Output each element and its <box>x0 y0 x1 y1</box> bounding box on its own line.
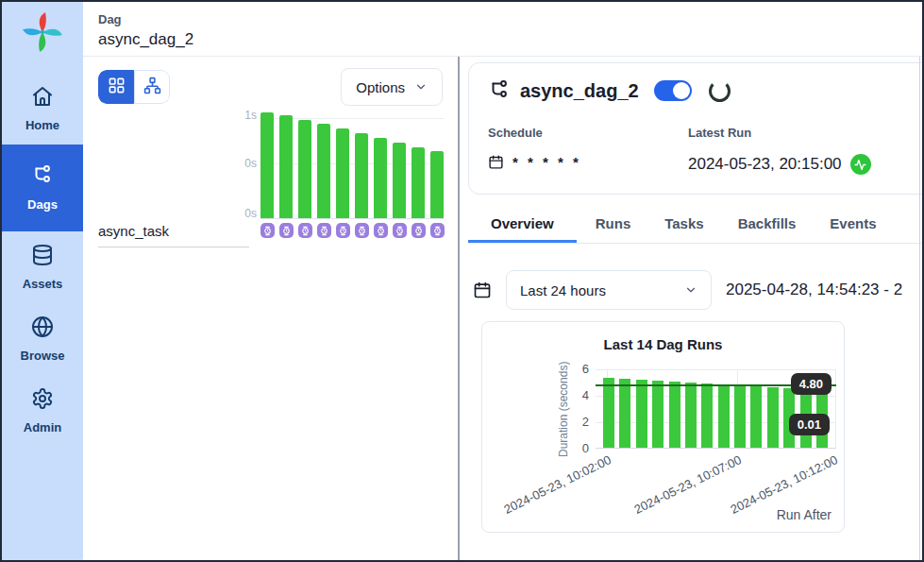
task-state-badge-deferred[interactable] <box>317 223 331 238</box>
dag-runs-plot: 4.80 0.01 <box>596 369 836 449</box>
latest-run-label: Latest Run <box>688 126 871 140</box>
dag-icon <box>488 79 511 102</box>
grid-left-spacer <box>98 113 236 219</box>
dag-run-bar[interactable] <box>652 381 664 448</box>
tab-tasks[interactable]: Tasks <box>649 206 718 243</box>
date-range-text: 2025-04-28, 14:54:23 - 2 <box>726 281 902 299</box>
last-dag-runs-chart-card: Last 14 Dag Runs Duration (seconds) 6 4 … <box>481 321 845 533</box>
sidebar-item-home[interactable]: Home <box>2 73 83 145</box>
task-duration-bar[interactable] <box>355 133 368 218</box>
task-state-badge-deferred[interactable] <box>260 223 275 238</box>
globe-icon <box>31 315 54 341</box>
grid-icon <box>108 77 126 97</box>
task-state-badge-deferred[interactable] <box>355 223 369 238</box>
min-duration-badge: 0.01 <box>789 414 830 435</box>
home-icon <box>31 85 54 111</box>
y-tick-label: 0s <box>244 157 257 170</box>
view-toggle-group <box>98 70 170 104</box>
chart-y-ticks: 6 4 2 0 <box>571 369 596 449</box>
tab-overview[interactable]: Overview <box>468 206 577 243</box>
task-duration-bar[interactable] <box>298 120 311 218</box>
sidebar-item-dags[interactable]: Dags <box>2 145 83 231</box>
dag-run-bar[interactable] <box>685 383 697 448</box>
dag-run-bar[interactable] <box>603 378 614 448</box>
task-duration-bar[interactable] <box>374 138 387 218</box>
sidebar-item-admin[interactable]: Admin <box>2 375 83 447</box>
dag-run-bar[interactable] <box>636 380 647 448</box>
schedule-cron-value: * * * * * <box>512 154 581 170</box>
calendar-icon <box>488 154 504 170</box>
latest-run-block: Latest Run 2024-05-23, 20:15:00 <box>688 126 871 175</box>
chart-y-axis-label: Duration (seconds) <box>556 369 571 449</box>
chart-x-axis-label: Run After <box>482 507 844 522</box>
task-state-badge-deferred[interactable] <box>430 223 445 238</box>
loading-spinner-icon <box>709 80 731 102</box>
chevron-down-icon <box>414 80 428 94</box>
task-row-label[interactable]: async_task <box>98 223 249 247</box>
sidebar-item-label: Assets <box>23 277 63 291</box>
grid-y-axis: 1s 0s 0s <box>236 113 260 219</box>
main-area: Dag async_dag_2 <box>83 2 922 560</box>
calendar-icon <box>473 281 492 299</box>
content-split: Options 1s 0s 0s <box>83 57 922 560</box>
gear-icon <box>31 387 54 413</box>
dag-detail-panel: async_dag_2 Schedule * * * * * <box>460 57 922 560</box>
dag-run-bar[interactable] <box>701 383 713 448</box>
y-tick: 4 <box>582 388 589 402</box>
task-duration-bar[interactable] <box>412 147 425 218</box>
task-duration-bar[interactable] <box>430 151 444 218</box>
task-state-badge-deferred[interactable] <box>336 223 350 238</box>
schedule-label: Schedule <box>488 126 688 140</box>
time-filter-row: Last 24 hours 2025-04-28, 14:54:23 - 2 <box>468 270 922 310</box>
sidebar-item-label: Admin <box>24 420 61 434</box>
dag-run-bar[interactable] <box>767 387 779 448</box>
task-state-badge-deferred[interactable] <box>412 223 426 238</box>
grid-view-button[interactable] <box>98 70 134 104</box>
grid-toolbar: Options <box>98 68 458 106</box>
chart-title: Last 14 Dag Runs <box>482 336 844 352</box>
sidebar-item-assets[interactable]: Assets <box>2 231 83 303</box>
breadcrumb-section: Dag <box>98 12 922 26</box>
detail-tabs: Overview Runs Tasks Backfills Events <box>468 206 922 244</box>
task-state-badge-deferred[interactable] <box>393 223 407 238</box>
grid-panel: Options 1s 0s 0s <box>83 57 458 560</box>
airflow-logo[interactable] <box>21 10 64 58</box>
dag-pause-toggle[interactable] <box>654 80 692 101</box>
tab-runs[interactable]: Runs <box>580 206 647 243</box>
task-duration-bar[interactable] <box>260 112 274 218</box>
tab-backfills[interactable]: Backfills <box>723 206 812 243</box>
dag-title: async_dag_2 <box>520 80 639 102</box>
task-duration-bar[interactable] <box>279 115 293 218</box>
graph-view-button[interactable] <box>134 70 170 104</box>
tab-events[interactable]: Events <box>815 206 891 243</box>
task-state-badge-deferred[interactable] <box>298 223 312 238</box>
task-state-badge-deferred[interactable] <box>279 223 294 238</box>
time-range-selected-value: Last 24 hours <box>520 282 606 298</box>
run-state-activity-icon[interactable] <box>850 154 871 175</box>
task-state-badge-deferred[interactable] <box>374 223 388 238</box>
dag-run-bar[interactable] <box>750 386 762 448</box>
database-icon <box>31 244 54 269</box>
x-tick-label: 2024-05-23, 10:07:00 <box>631 452 743 517</box>
dag-run-bar[interactable] <box>619 379 630 448</box>
dag-run-bar[interactable] <box>669 382 680 448</box>
latest-run-timestamp: 2024-05-23, 20:15:00 <box>688 155 842 174</box>
task-duration-bar[interactable] <box>336 128 349 218</box>
x-tick-label: 2024-05-23, 10:12:00 <box>728 452 839 517</box>
dag-run-bar[interactable] <box>734 384 746 448</box>
schedule-block: Schedule * * * * * <box>488 126 688 175</box>
time-range-select[interactable]: Last 24 hours <box>506 270 712 310</box>
y-tick: 0 <box>582 441 589 455</box>
sidebar-item-browse[interactable]: Browse <box>2 303 83 375</box>
dag-run-bar[interactable] <box>718 384 730 448</box>
sidebar-item-label: Home <box>25 118 59 132</box>
dag-icon <box>31 164 54 190</box>
task-duration-bar[interactable] <box>317 124 330 218</box>
task-duration-bar[interactable] <box>393 143 406 218</box>
sidebar-nav: Home Dags Assets Browse <box>2 73 83 447</box>
page-header: Dag async_dag_2 <box>83 2 922 57</box>
sidebar-item-label: Browse <box>21 349 65 363</box>
task-duration-bars <box>260 113 444 218</box>
task-state-row <box>260 223 445 238</box>
options-button[interactable]: Options <box>341 68 443 106</box>
